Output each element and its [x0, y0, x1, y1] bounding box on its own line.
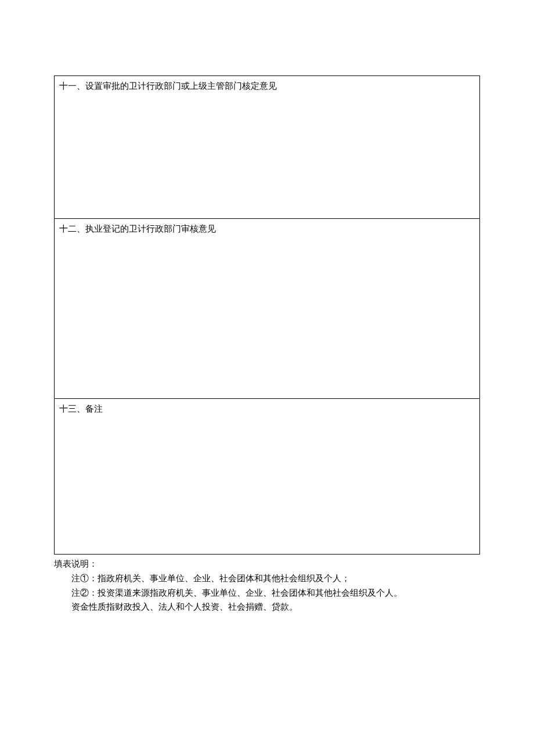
notes-heading: 填表说明： [54, 557, 480, 571]
note-3: 资金性质指财政投入、法人和个人投资、社会捐赠、贷款。 [54, 600, 480, 614]
notes-section: 填表说明： 注①：指政府机关、事业单位、企业、社会团体和其他社会组织及个人； 注… [54, 557, 480, 614]
form-table: 十一、设置审批的卫计行政部门或上级主管部门核定意见 十二、执业登记的卫计行政部门… [54, 75, 480, 555]
section-12-cell: 十二、执业登记的卫计行政部门审核意见 [55, 219, 480, 399]
section-13-heading: 十三、备注 [59, 404, 103, 413]
section-12-heading: 十二、执业登记的卫计行政部门审核意见 [59, 224, 216, 233]
section-13-cell: 十三、备注 [55, 399, 480, 555]
section-11-heading: 十一、设置审批的卫计行政部门或上级主管部门核定意见 [59, 81, 277, 91]
note-1: 注①：指政府机关、事业单位、企业、社会团体和其他社会组织及个人； [54, 571, 480, 586]
section-11-cell: 十一、设置审批的卫计行政部门或上级主管部门核定意见 [55, 76, 480, 219]
note-2: 注②：投资渠道来源指政府机关、事业单位、企业、社会团体和其他社会组织及个人。 [54, 586, 480, 600]
